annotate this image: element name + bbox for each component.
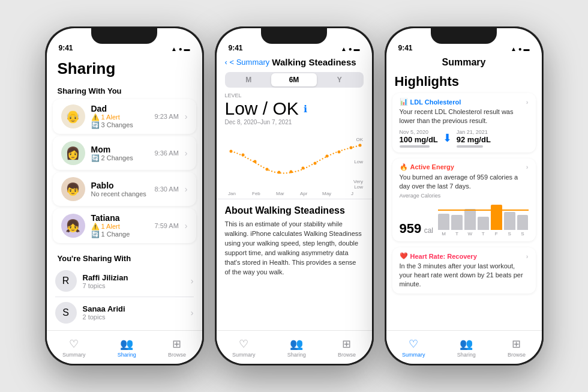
tab-browse-3[interactable]: ⊞ Browse: [508, 337, 526, 358]
energy-chevron: ›: [526, 163, 529, 170]
svg-point-10: [301, 167, 304, 170]
sanaa-topics: 2 topics: [83, 313, 185, 321]
browse-icon-1: ⊞: [172, 337, 181, 351]
ldl-down-arrow: ⬇: [443, 131, 452, 145]
tab-browse-1[interactable]: ⊞ Browse: [168, 337, 186, 358]
pablo-info: Pablo No recent changes: [91, 181, 149, 198]
tab-6M[interactable]: 6M: [271, 73, 317, 86]
tab-browse-label-3: Browse: [508, 352, 526, 358]
contact-mom[interactable]: 👩 Mom 🔄 2 Changes 9:36 AM ›: [53, 136, 196, 170]
ldl-type: 📊 LDL Cholesterol ›: [400, 98, 529, 106]
tab-summary-2[interactable]: ♡ Summary: [232, 337, 256, 358]
tab-Y[interactable]: Y: [317, 73, 362, 86]
ldl-card: 📊 LDL Cholesterol › Your recent LDL Chol…: [392, 93, 536, 152]
dad-info: Dad ⚠️ 1 Alert 🔄 3 Changes: [91, 104, 149, 129]
contact-pablo[interactable]: 👦 Pablo No recent changes 8:30 AM ›: [53, 172, 196, 206]
ldl-bar1: [400, 145, 430, 148]
sanaa-name: Sanaa Aridi: [83, 304, 185, 313]
status-time-2: 9:41: [229, 44, 243, 52]
sharing-title: Sharing: [47, 55, 202, 82]
about-section: About Walking Steadiness This is an esti…: [217, 199, 372, 283]
sharing-screen: Sharing Sharing With You 👴 Dad ⚠️ 1 Aler…: [47, 55, 202, 330]
mom-chevron: ›: [185, 148, 188, 158]
ldl-val1: 100 mg/dL: [400, 135, 438, 144]
nav-header-walking: ‹ < Summary Walking Steadiness: [217, 55, 372, 70]
tatiana-alert: ⚠️ 1 Alert: [91, 223, 149, 231]
tab-browse-label-1: Browse: [168, 352, 186, 358]
svg-text:Low: Low: [354, 159, 363, 164]
energy-label: Active Energy: [410, 163, 454, 170]
raffi-chevron: ›: [191, 276, 194, 286]
day-M: M: [438, 231, 449, 237]
tab-summary-label-2: Summary: [232, 352, 256, 358]
svg-text:OK: OK: [356, 137, 363, 142]
svg-point-12: [325, 155, 328, 158]
tab-M[interactable]: M: [226, 73, 272, 86]
day-T2: T: [478, 231, 489, 237]
avatar-dad: 👴: [61, 104, 85, 128]
info-icon[interactable]: ℹ: [304, 103, 307, 115]
svg-point-13: [337, 151, 340, 154]
raffi-topics: 7 topics: [83, 282, 185, 289]
svg-point-15: [358, 144, 361, 147]
cal-bar-T2: [478, 217, 489, 231]
svg-text:Mar: Mar: [276, 191, 284, 196]
svg-point-4: [229, 150, 232, 153]
tab-sharing-2[interactable]: 👥 Sharing: [287, 337, 306, 358]
active-energy-card: 🔥 Active Energy › You burned an average …: [392, 158, 536, 242]
summary-icon-1: ♡: [69, 337, 79, 351]
ldl-chart-icon: 📊: [400, 98, 408, 106]
day-F: F: [491, 231, 502, 237]
ldl-bar2: [457, 145, 483, 148]
svg-point-8: [277, 171, 280, 174]
tatiana-time: 7:59 AM: [154, 222, 178, 229]
cal-bar-W: [464, 209, 476, 230]
about-title: About Walking Steadiness: [225, 205, 364, 216]
cal-bar-M: [438, 214, 449, 231]
chart-label: LEVEL: [225, 92, 364, 98]
tab-summary-3[interactable]: ♡ Summary: [402, 337, 425, 358]
avatar-sanaa: S: [55, 302, 77, 324]
cal-bar-F: [491, 205, 502, 231]
energy-type: 🔥 Active Energy ›: [400, 163, 529, 171]
notch-3: [431, 28, 497, 44]
tab-sharing-3[interactable]: 👥 Sharing: [457, 337, 476, 358]
heart-type: ❤️ Heart Rate: Recovery ›: [400, 252, 529, 260]
phone-walking: 9:41 ▲ ● ▬ ‹ < Summary Walking Steadines…: [215, 26, 374, 366]
svg-text:Jan: Jan: [228, 191, 236, 196]
tab-summary-1[interactable]: ♡ Summary: [62, 337, 86, 358]
dad-time: 9:23 AM: [154, 113, 178, 120]
ldl-label: LDL Cholesterol: [410, 98, 461, 106]
chart-level: Low / OK: [225, 98, 299, 119]
sharing-icon-2: 👥: [290, 337, 303, 351]
sharing-sanaa[interactable]: S Sanaa Aridi 2 topics ›: [47, 297, 202, 328]
svg-point-5: [241, 154, 244, 157]
browse-icon-3: ⊞: [512, 337, 521, 351]
day-S2: S: [517, 231, 529, 237]
sharing-raffi[interactable]: R Raffi Jilizian 7 topics ›: [47, 265, 202, 297]
svg-point-14: [349, 146, 352, 149]
pablo-time: 8:30 AM: [154, 185, 178, 193]
calorie-chart: M T W T F S S: [438, 200, 528, 237]
tab-bar-2: ♡ Summary 👥 Sharing ⊞ Browse: [217, 330, 372, 364]
contact-dad[interactable]: 👴 Dad ⚠️ 1 Alert 🔄 3 Changes 9:23 AM ›: [53, 99, 196, 134]
day-S1: S: [504, 231, 515, 237]
ldl-text: Your recent LDL Cholesterol result was l…: [400, 107, 529, 125]
contact-tatiana[interactable]: 👧 Tatiana ⚠️ 1 Alert 🔄 1 Change 7:59 AM …: [53, 208, 196, 243]
tab-sharing-1[interactable]: 👥 Sharing: [118, 337, 136, 358]
sharing-icon-3: 👥: [460, 337, 473, 351]
avatar-mom: 👩: [61, 141, 85, 165]
tab-sharing-label-2: Sharing: [287, 352, 306, 358]
svg-text:Feb: Feb: [252, 191, 260, 196]
dad-name: Dad: [91, 104, 149, 113]
phone-summary: 9:41 ▲ ● ▬ Summary Highlights 📊 LDL Chol…: [385, 26, 544, 366]
svg-point-6: [253, 160, 256, 163]
tab-browse-label-2: Browse: [338, 352, 356, 358]
cal-bar-S2: [517, 215, 529, 230]
tatiana-name: Tatiana: [91, 213, 149, 223]
chart-container: OK Low Very Low: [217, 130, 372, 199]
status-icons-1: ▲ ● ▬: [171, 46, 190, 52]
ldl-chevron: ›: [526, 98, 529, 106]
tab-browse-2[interactable]: ⊞ Browse: [338, 337, 356, 358]
nav-back-walking[interactable]: ‹ < Summary: [225, 58, 270, 67]
